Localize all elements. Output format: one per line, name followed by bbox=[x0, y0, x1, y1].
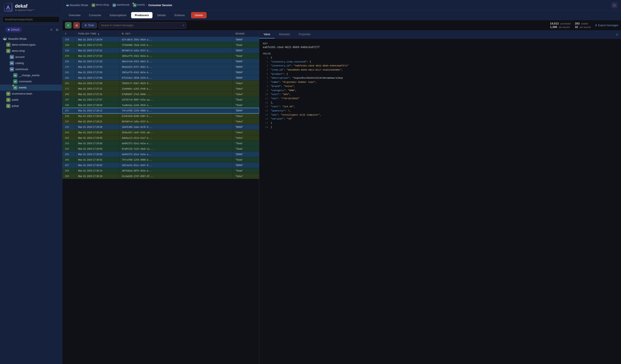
topbar: 🐳Beautiful Whale›tedemo-shop›nswarehouse… bbox=[62, 0, 621, 11]
cell-key: 2001aff9-4162-4b3e-b... bbox=[119, 53, 233, 59]
te-badge: te bbox=[6, 98, 11, 102]
sidebar-item-pulsar[interactable]: tepulsar bbox=[0, 103, 62, 109]
table-row[interactable]: 171 Mar 10, 2024 17:27:12 21b946dc-e263-… bbox=[62, 86, 259, 92]
svg-point-2 bbox=[7, 7, 9, 8]
tab-consume[interactable]: Consume bbox=[85, 12, 105, 18]
detail-tab-metadata[interactable]: Metadata bbox=[275, 31, 294, 38]
table-row[interactable]: 198 Mar 10, 2024 17:28:04 faa8e4ae-e2d4-… bbox=[62, 102, 259, 108]
cell-key: 1b635386-2ade-4e78-9... bbox=[119, 124, 233, 129]
table-row[interactable]: 207 Mar 10, 2024 17:28:12 74fcd788-1254-… bbox=[62, 108, 259, 113]
tab-producers[interactable]: Producers bbox=[131, 12, 153, 18]
sidebar-item-ecommerce-team[interactable]: teecommerce-team bbox=[0, 91, 62, 97]
ns-badge: ns bbox=[10, 67, 14, 71]
table-row[interactable]: 169 Mar 10, 2024 17:27:01 86fb0fc4-1d5a-… bbox=[62, 48, 259, 53]
sidebar-item-__change_events[interactable]: to__change_events bbox=[0, 72, 62, 79]
table-row[interactable]: 197 Mar 10, 2024 17:27:57 2df357c8-900f-… bbox=[62, 97, 259, 102]
detail-close-button[interactable]: ✕ bbox=[613, 31, 621, 38]
cell-brand: "Tesla" bbox=[233, 97, 259, 102]
tools-icon: ⚙ bbox=[85, 24, 87, 27]
cell-brand: "Volvo" bbox=[233, 92, 259, 97]
sidebar-item-catalog[interactable]: nscatalog bbox=[0, 60, 62, 66]
stop-button[interactable]: ⏹ bbox=[73, 22, 80, 29]
clear-search-icon[interactable]: ✕ bbox=[182, 24, 185, 27]
cell-key: 21b946dc-e263-4fd6-b... bbox=[119, 86, 233, 91]
cell-key: d0f5dbad-6075-4b3e-b... bbox=[119, 168, 233, 173]
sidebar-close-btn[interactable]: ✕ bbox=[49, 28, 54, 32]
breadcrumb-warehouse[interactable]: nswarehouse bbox=[112, 3, 130, 7]
table-row[interactable]: 237 Mar 10, 2024 17:29:21 86fb0fc4-1d5a-… bbox=[62, 119, 259, 124]
cell-num: 159 bbox=[62, 37, 75, 42]
search-input[interactable] bbox=[99, 22, 186, 28]
sidebar-item-account[interactable]: nsaccount bbox=[0, 54, 62, 60]
tab-details[interactable]: Details bbox=[153, 12, 170, 18]
code-line: 13 "cost": "214.45", bbox=[263, 105, 618, 109]
sidebar-item-commands[interactable]: tocommands bbox=[0, 79, 62, 85]
table-row[interactable]: 279 Mar 10, 2024 17:27:02 2001aff9-4162-… bbox=[62, 53, 259, 59]
stat-per-second-value: 1,396 bbox=[550, 25, 557, 29]
cell-num: 266 bbox=[62, 157, 75, 162]
table-row[interactable]: 267 Mar 10, 2024 17:30:05 e02cbe2e-81ec-… bbox=[62, 162, 259, 168]
cell-num: 242 bbox=[62, 124, 75, 129]
cell-brand: "Volvo" bbox=[233, 135, 259, 141]
breadcrumb-demo-shop[interactable]: tedemo-shop bbox=[92, 3, 109, 7]
table-row[interactable]: 170 Mar 10, 2024 17:27:03 06eb2d25-6f5f-… bbox=[62, 64, 259, 70]
table-row[interactable]: 168 Mar 10, 2024 17:27:01 375b9486-76e8-… bbox=[62, 42, 259, 48]
table-header: # Publish time ▲ Key Brand bbox=[62, 31, 259, 37]
tree-item-label: ecommerce-team bbox=[12, 92, 32, 95]
window-icon[interactable]: ⊡ bbox=[611, 2, 618, 8]
line-number: 6 bbox=[263, 76, 268, 80]
table-row[interactable]: 253 Mar 10, 2024 17:29:50 de042372-d2a1-… bbox=[62, 141, 259, 146]
topic-search-input[interactable] bbox=[3, 16, 60, 22]
tab-schema[interactable]: Schema bbox=[171, 12, 189, 18]
table-row[interactable]: 159 Mar 10, 2024 17:26:54 d2fcd8c6-295e-… bbox=[62, 37, 259, 42]
line-number: 1 bbox=[263, 56, 268, 60]
sidebar-item-demo-shop[interactable]: tedemo-shop bbox=[0, 48, 62, 54]
tab-overview[interactable]: Overview bbox=[65, 12, 84, 18]
tab-subscriptions[interactable]: Subscriptions bbox=[106, 12, 130, 18]
cell-time: Mar 10, 2024 17:30:16 bbox=[75, 174, 119, 179]
sidebar-item-demo-schema-types[interactable]: tedemo-schema-types bbox=[0, 42, 62, 48]
cell-key: 67b85667-27e2-404b-... bbox=[119, 92, 233, 97]
sidebar-expand-btn[interactable]: ⊞ bbox=[55, 28, 60, 32]
tree-item-label: commands bbox=[19, 80, 32, 83]
table-row[interactable]: 255 Mar 10, 2024 17:29:58 de042372-d2a1-… bbox=[62, 152, 259, 157]
default-button[interactable]: Default bbox=[5, 27, 22, 32]
logo-icon bbox=[3, 3, 13, 12]
table-row[interactable]: 254 Mar 10, 2024 17:29:54 07a8f226-f225-… bbox=[62, 146, 259, 152]
table-row[interactable]: 280 Mar 10, 2024 17:27:03 98afefe8-4353-… bbox=[62, 59, 259, 64]
p-badge-small bbox=[122, 33, 124, 34]
pause-button[interactable]: ⏸ bbox=[65, 22, 71, 29]
code-line: 2 "inventory_item_received": { bbox=[263, 60, 618, 64]
breadcrumb-beautiful-whale[interactable]: 🐳Beautiful Whale bbox=[66, 4, 88, 7]
table-row[interactable]: 243 Mar 10, 2024 17:29:34 563bc02f-cb4f-… bbox=[62, 130, 259, 135]
sidebar-item-events[interactable]: P to events bbox=[0, 85, 62, 91]
table-row[interactable]: 283 Mar 10, 2024 17:27:06 70929c7f-83b7-… bbox=[62, 81, 259, 86]
cell-num: 269 bbox=[62, 174, 75, 179]
logo-text: dekaf bbox=[15, 3, 34, 9]
cell-key: bdb4ac23-d11d-41a7-b... bbox=[119, 135, 233, 141]
table-row[interactable]: 242 Mar 10, 2024 17:29:28 1b635386-2ade-… bbox=[62, 124, 259, 130]
table-row[interactable]: 268 Mar 10, 2024 17:30:14 d0f5dbad-6075-… bbox=[62, 168, 259, 174]
cell-key: e02cbe2e-81ec-4e9f-8... bbox=[119, 162, 233, 168]
key-value: eabfe101-cbed-4b22-8b69-6484c6a9f27f bbox=[263, 46, 618, 49]
table-row[interactable]: 252 Mar 10, 2024 17:29:45 bdb4ac23-d11d-… bbox=[62, 135, 259, 141]
line-number: 9 bbox=[263, 89, 268, 93]
cell-key: 07a8f226-f225-4de8-a1... bbox=[119, 146, 233, 151]
tools-button[interactable]: ⚙ Tools bbox=[82, 22, 97, 28]
table-row[interactable]: 269 Mar 10, 2024 17:30:16 b1cbeb58-1f47-… bbox=[62, 174, 259, 179]
sidebar-item-beautiful-whale[interactable]: 🐳Beautiful Whale bbox=[0, 36, 62, 42]
detail-tab-properties[interactable]: Properties bbox=[294, 31, 315, 38]
cell-brand: "BMW" bbox=[233, 59, 259, 64]
line-number: 4 bbox=[263, 68, 268, 72]
table-row[interactable]: 282 Mar 10, 2024 17:27:06 675314a1-2838-… bbox=[62, 75, 259, 81]
sidebar-item-public[interactable]: tepublic bbox=[0, 97, 62, 103]
tab-delete[interactable]: Delete bbox=[191, 12, 207, 18]
detail-tab-value[interactable]: Value bbox=[259, 31, 275, 38]
breadcrumb-events[interactable]: Ptoevents bbox=[133, 3, 145, 7]
table-row[interactable]: 266 Mar 10, 2024 17:30:02 74fcd788-1254-… bbox=[62, 157, 259, 162]
export-button[interactable]: ⬇ Export messages bbox=[595, 22, 618, 29]
sidebar-item-warehouse[interactable]: nswarehouse bbox=[0, 66, 62, 72]
table-row[interactable]: 180 Mar 10, 2024 17:27:21 67b85667-27e2-… bbox=[62, 92, 259, 97]
table-row[interactable]: 281 Mar 10, 2024 17:27:05 2001aff9-4162-… bbox=[62, 70, 259, 75]
table-row[interactable]: 228 Mar 10, 2024 17:28:52 67e67b28-8399-… bbox=[62, 113, 259, 119]
